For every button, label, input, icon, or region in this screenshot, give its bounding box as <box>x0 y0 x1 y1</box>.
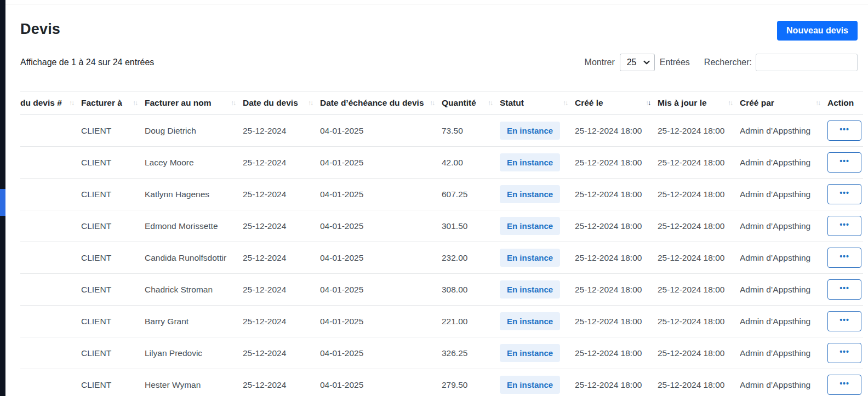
column-header[interactable]: du devis # ↑↓ <box>20 91 81 115</box>
cell-created-by: Admin d’Appsthing <box>740 179 827 210</box>
devis-table: du devis # ↑↓ Facturer à ↑↓ Facturer au … <box>20 91 863 396</box>
cell-created-by: Admin d’Appsthing <box>740 210 827 242</box>
page-size-select[interactable]: 25 <box>620 54 655 71</box>
topbar <box>5 0 868 4</box>
cell-created: 25-12-2024 18:00 <box>575 242 658 274</box>
cell-due-date: 04-01-2025 <box>320 179 442 210</box>
column-header[interactable]: Facturer au nom ↑↓ <box>145 91 243 115</box>
ellipsis-icon: ••• <box>840 379 849 388</box>
row-actions-button[interactable]: ••• <box>827 279 861 300</box>
sort-down-icon: ↓ <box>432 99 434 107</box>
status-badge: En instance <box>500 376 560 394</box>
cell-quantity: 607.25 <box>442 179 500 210</box>
sort-down-icon: ↓ <box>71 99 73 107</box>
cell-devis-number <box>20 306 81 337</box>
show-label: Montrer <box>585 58 615 67</box>
cell-created: 25-12-2024 18:00 <box>575 115 658 147</box>
column-header[interactable]: Date du devis ↑↓ <box>243 91 320 115</box>
sort-icons: ↑↓ <box>133 99 137 107</box>
column-header-label: Facturer à <box>81 98 122 108</box>
status-badge: En instance <box>500 280 560 299</box>
column-header[interactable]: Statut ↑↓ <box>500 91 575 115</box>
status-badge: En instance <box>500 153 560 171</box>
cell-bill-name: Chadrick Stroman <box>145 274 243 306</box>
sort-icons: ↑↓ <box>646 99 650 107</box>
status-badge: En instance <box>500 185 560 203</box>
cell-created: 25-12-2024 18:00 <box>575 179 658 210</box>
cell-created-by: Admin d’Appsthing <box>740 369 827 396</box>
column-header-label: Date du devis <box>243 98 298 108</box>
column-header[interactable]: Mis à jour le ↑↓ <box>658 91 740 115</box>
cell-bill-to: CLIENT <box>81 306 145 337</box>
row-actions-button[interactable]: ••• <box>827 152 861 173</box>
cell-due-date: 04-01-2025 <box>320 337 442 369</box>
row-actions-button[interactable]: ••• <box>827 343 861 363</box>
sort-icons: ↑↓ <box>563 99 567 107</box>
cell-created-by: Admin d’Appsthing <box>740 115 827 147</box>
cell-updated: 25-12-2024 18:00 <box>658 337 740 369</box>
table-row: CLIENT Lilyan Predovic 25-12-2024 04-01-… <box>20 337 863 369</box>
cell-action: ••• <box>827 179 863 210</box>
column-header[interactable]: Créé le ↑↓ <box>575 91 658 115</box>
cell-bill-to: CLIENT <box>81 115 145 147</box>
row-actions-button[interactable]: ••• <box>827 311 861 331</box>
cell-bill-name: Lacey Moore <box>145 147 243 179</box>
column-header[interactable]: Facturer à ↑↓ <box>81 91 145 115</box>
cell-date: 25-12-2024 <box>243 242 320 274</box>
search-input[interactable] <box>756 54 858 71</box>
cell-updated: 25-12-2024 18:00 <box>658 306 740 337</box>
cell-bill-to: CLIENT <box>81 147 145 179</box>
cell-due-date: 04-01-2025 <box>320 369 442 396</box>
cell-created-by: Admin d’Appsthing <box>740 337 827 369</box>
cell-created: 25-12-2024 18:00 <box>575 306 658 337</box>
cell-status: En instance <box>500 337 575 369</box>
ellipsis-icon: ••• <box>840 125 849 134</box>
sidebar-strip <box>0 0 5 396</box>
status-badge: En instance <box>500 122 560 140</box>
cell-updated: 25-12-2024 18:00 <box>658 115 740 147</box>
row-actions-button[interactable]: ••• <box>827 248 861 268</box>
cell-created: 25-12-2024 18:00 <box>575 210 658 242</box>
cell-bill-name: Barry Grant <box>145 306 243 337</box>
sidebar-active-item[interactable] <box>0 189 5 216</box>
cell-action: ••• <box>827 369 863 396</box>
row-actions-button[interactable]: ••• <box>827 120 861 141</box>
cell-status: En instance <box>500 274 575 306</box>
column-header[interactable]: Créé par ↑↓ <box>740 91 827 115</box>
cell-updated: 25-12-2024 18:00 <box>658 369 740 396</box>
row-actions-button[interactable]: ••• <box>827 184 861 204</box>
cell-devis-number <box>20 210 81 242</box>
cell-devis-number <box>20 369 81 396</box>
column-header[interactable]: Quantité ↑↓ <box>442 91 500 115</box>
sort-down-icon: ↓ <box>818 99 820 107</box>
cell-date: 25-12-2024 <box>243 210 320 242</box>
new-devis-button[interactable]: Nouveau devis <box>777 21 858 41</box>
cell-quantity: 301.50 <box>442 210 500 242</box>
cell-bill-name: Lilyan Predovic <box>145 337 243 369</box>
cell-updated: 25-12-2024 18:00 <box>658 242 740 274</box>
row-actions-button[interactable]: ••• <box>827 216 861 236</box>
column-header[interactable]: Date d’échéance du devis ↑↓ <box>320 91 442 115</box>
cell-updated: 25-12-2024 18:00 <box>658 274 740 306</box>
cell-due-date: 04-01-2025 <box>320 242 442 274</box>
cell-quantity: 42.00 <box>442 147 500 179</box>
search-label: Rechercher: <box>704 58 752 67</box>
cell-bill-name: Doug Dietrich <box>145 115 243 147</box>
cell-created: 25-12-2024 18:00 <box>575 274 658 306</box>
column-header-label: Facturer au nom <box>145 98 211 108</box>
page-header: Devis Nouveau devis <box>20 21 858 41</box>
cell-action: ••• <box>827 274 863 306</box>
row-actions-button[interactable]: ••• <box>827 375 861 395</box>
cell-updated: 25-12-2024 18:00 <box>658 179 740 210</box>
sort-icons: ↑↓ <box>728 99 732 107</box>
chevron-down-icon <box>643 59 650 66</box>
devis-table-wrap: du devis # ↑↓ Facturer à ↑↓ Facturer au … <box>20 91 863 396</box>
cell-created-by: Admin d’Appsthing <box>740 274 827 306</box>
cell-bill-name: Candida Runolfsdottir <box>145 242 243 274</box>
entries-label: Entrées <box>660 58 690 67</box>
entries-info: Affichage de 1 à 24 sur 24 entrées <box>20 58 154 67</box>
cell-created-by: Admin d’Appsthing <box>740 242 827 274</box>
table-row: CLIENT Katlynn Hagenes 25-12-2024 04-01-… <box>20 179 863 210</box>
status-badge: En instance <box>500 217 560 235</box>
cell-status: En instance <box>500 306 575 337</box>
